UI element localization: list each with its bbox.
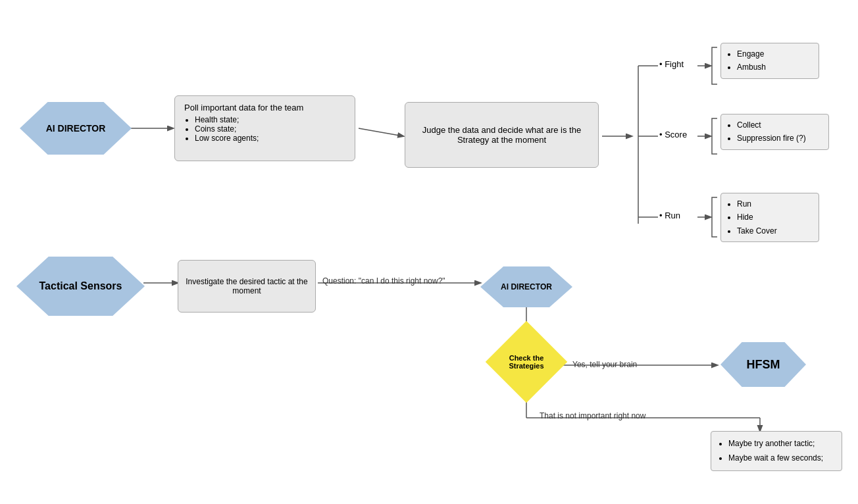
investigate-box-text: Investigate the desired tactic at the mo…: [184, 277, 310, 295]
tactical-sensors-label: Tactical Sensors: [39, 280, 122, 293]
fight-label: • Fight: [659, 59, 684, 69]
run-list: Run Hide Take Cover: [720, 193, 819, 242]
poll-box-list: Health state; Coins state; Low score age…: [184, 115, 259, 143]
check-strategies-diamond: Check the Strategies: [486, 321, 567, 403]
judge-box-text: Judge the data and decide what are is th…: [411, 125, 593, 145]
hfsm-label: HFSM: [747, 358, 780, 372]
question-label: Question: "can I do this right now?": [322, 276, 480, 286]
run-item-3: Take Cover: [737, 224, 812, 238]
svg-line-1: [359, 128, 403, 136]
score-list: Collect Suppression fire (?): [720, 114, 829, 150]
fight-item-2: Ambush: [737, 61, 812, 74]
run-label: • Run: [659, 211, 680, 220]
ai-director-top-label: AI DIRECTOR: [46, 123, 106, 134]
investigate-box: Investigate the desired tactic at the mo…: [178, 260, 316, 313]
poll-item-2: Coins state;: [195, 124, 259, 134]
judge-box: Judge the data and decide what are is th…: [405, 102, 599, 168]
check-strategies-label: Check the Strategies: [497, 354, 555, 370]
poll-box-title: Poll important data for the team: [184, 103, 303, 113]
score-item-2: Suppression fire (?): [737, 132, 822, 145]
poll-item-1: Health state;: [195, 115, 259, 124]
poll-box: Poll important data for the team Health …: [174, 95, 355, 161]
fallback-item-2: Maybe wait a few seconds;: [728, 451, 834, 466]
check-strategies-diamond-wrapper: Check the Strategies: [497, 332, 556, 391]
score-label: • Score: [659, 130, 687, 139]
ai-director-mid-label: AI DIRECTOR: [501, 282, 552, 291]
run-item-2: Hide: [737, 211, 812, 224]
yes-label: Yes, tell your brain: [572, 360, 637, 369]
fallback-item-1: Maybe try another tactic;: [728, 437, 834, 451]
fight-list: Engage Ambush: [720, 43, 819, 79]
fight-item-1: Engage: [737, 47, 812, 61]
not-important-label: That is not important right now: [540, 411, 645, 420]
score-item-1: Collect: [737, 118, 822, 132]
fallback-box: Maybe try another tactic; Maybe wait a f…: [711, 431, 842, 471]
run-item-1: Run: [737, 197, 812, 211]
poll-item-3: Low score agents;: [195, 134, 259, 143]
